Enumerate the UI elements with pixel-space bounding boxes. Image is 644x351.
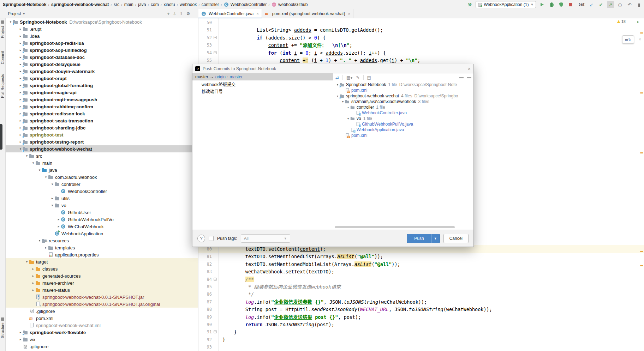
code-line[interactable]: 85 * 组装参数后向企业微信发送webhook请求 <box>198 283 644 291</box>
breadcrumb-item[interactable]: java <box>138 2 146 7</box>
tree-row[interactable]: ▾Springboot-NotebookD:\worksapce\Springb… <box>6 18 198 25</box>
dialog-tree-row[interactable]: JWebhookApplication.java <box>333 127 473 133</box>
tree-chevron-icon[interactable]: ▸ <box>31 274 35 278</box>
tree-chevron-icon[interactable]: ▸ <box>56 218 61 221</box>
tree-chevron-icon[interactable]: ▸ <box>44 246 48 249</box>
tree-row[interactable]: mpom.xml <box>6 315 198 322</box>
tree-row[interactable]: ▸CWeChatWebhook <box>6 223 198 230</box>
warning-stripe-mark[interactable] <box>640 152 643 153</box>
warnings-widget[interactable]: 18 <box>617 19 626 24</box>
horizontal-scrollbar[interactable] <box>335 226 455 228</box>
locate-file-icon[interactable]: ⌖ <box>167 11 170 16</box>
breadcrumb-item[interactable]: main <box>124 2 133 7</box>
tree-chevron-icon[interactable]: ▾ <box>44 175 48 179</box>
tree-chevron-icon[interactable]: ▾ <box>346 106 350 109</box>
stripe-item-commit[interactable]: Commit <box>0 51 5 64</box>
edit-icon[interactable]: ✎ <box>356 75 359 80</box>
code-line[interactable]: 86 */ <box>198 290 644 298</box>
tree-row[interactable]: ▾src <box>6 152 198 159</box>
editor-tab[interactable]: mpom.xml (springboot-webhook-wechat)× <box>262 9 353 18</box>
editor-tab[interactable]: CWebhookController.java× <box>198 9 262 18</box>
project-panel-title[interactable]: Project <box>8 11 21 16</box>
tree-row[interactable]: ▾target <box>6 258 198 265</box>
tree-row[interactable]: ▾springboot-webhook-wechat <box>6 145 198 152</box>
help-button[interactable]: ? <box>197 235 205 242</box>
run-button[interactable] <box>538 1 545 8</box>
tree-chevron-icon[interactable]: ▸ <box>18 34 23 38</box>
inspections-icon[interactable]: ▸ <box>637 20 639 24</box>
push-button-label[interactable]: Push <box>407 236 431 241</box>
close-icon[interactable]: × <box>468 66 471 72</box>
tree-chevron-icon[interactable]: ▾ <box>31 161 35 165</box>
settings-gear-icon[interactable]: ⚙ <box>186 11 190 16</box>
collapse-all-icon[interactable]: ⇧ <box>180 11 183 16</box>
toolwindow-icon[interactable]: ▮ <box>636 1 643 8</box>
tree-chevron-icon[interactable]: ▾ <box>37 168 42 172</box>
dialog-tree-row[interactable]: ▾src\main\java\com\xiaofu\webhook3 files <box>333 99 473 104</box>
run-configuration-combo[interactable]: WebhookApplication (1) ▼ <box>476 1 536 8</box>
tree-row[interactable]: ▸springboot-testng-report <box>6 138 198 145</box>
dialog-tree-row[interactable]: ▾springboot-webhook-wechat4 filesD:\work… <box>333 93 473 99</box>
stripe-item-project[interactable]: Project <box>0 26 5 38</box>
tree-row[interactable]: CWebhookApplication <box>6 230 198 237</box>
tree-chevron-icon[interactable]: ▸ <box>31 281 35 285</box>
breadcrumb-item[interactable]: src <box>114 2 119 7</box>
jump-to-source-icon[interactable]: ⇄ <box>335 75 339 80</box>
code-line[interactable]: 84−/** <box>198 276 644 283</box>
push-button[interactable]: Push ▼ <box>407 234 440 243</box>
tree-row[interactable]: ▸generated-sources <box>6 272 198 279</box>
breadcrumb-item[interactable]: com <box>151 2 159 7</box>
tree-row[interactable]: ▾resources <box>6 237 198 244</box>
dialog-tree-row[interactable]: ▾vo1 file <box>333 116 473 121</box>
breadcrumb-item[interactable]: Springboot-Notebook <box>3 2 46 7</box>
tree-row[interactable]: ▾controller <box>6 181 198 188</box>
stripe-item-structure[interactable]: Structure <box>0 322 5 338</box>
tree-row[interactable]: ▸springboot-erupt <box>6 75 198 82</box>
tree-row[interactable]: ▾vo <box>6 202 198 209</box>
code-line[interactable]: 82textDTO.setMentionedMobileList(Arrays.… <box>198 260 644 268</box>
tree-chevron-icon[interactable]: ▸ <box>18 338 23 341</box>
tree-row[interactable]: ▸templates <box>6 244 198 251</box>
tree-chevron-icon[interactable]: ▸ <box>31 288 35 292</box>
code-line[interactable]: 91−} <box>198 328 644 336</box>
tree-row[interactable]: ▸springboot-work-flowable <box>6 329 198 336</box>
breadcrumb-item[interactable]: springboot-webhook-wechat <box>51 2 109 7</box>
tree-chevron-icon[interactable]: ▾ <box>346 117 350 120</box>
tree-chevron-icon[interactable]: ▸ <box>56 225 61 228</box>
debug-button[interactable] <box>548 1 555 8</box>
code-line[interactable]: 88String post = HttpUtil.sendPostJsonBod… <box>198 305 644 313</box>
snapshot-icon[interactable]: ▤ <box>367 75 371 80</box>
tree-row[interactable]: ?springboot-webhook-wechat-0.0.1-SNAPSHO… <box>6 301 198 308</box>
tree-row[interactable]: .gitignore <box>6 308 198 315</box>
tree-row[interactable]: ▸maven-status <box>6 286 198 293</box>
tree-row[interactable]: ▸springboot-rabbitmq-confirm <box>6 103 198 110</box>
code-line[interactable]: 51List<String> addeds = commitsDTO.getAd… <box>198 26 644 34</box>
tab-close-icon[interactable]: × <box>256 12 258 16</box>
expand-all-icon[interactable]: ⇩ <box>173 11 177 16</box>
stop-button[interactable] <box>567 1 574 8</box>
commit-item[interactable]: webhook终版提交 <box>192 80 333 87</box>
tree-row[interactable]: springboot-webhook-wechat.iml <box>6 322 198 329</box>
stripe-handle[interactable] <box>0 124 2 150</box>
git-push-icon[interactable]: ↗ <box>607 1 614 8</box>
fold-marker[interactable]: − <box>214 36 217 39</box>
dialog-tree-row[interactable]: ▾controller1 file <box>333 104 473 110</box>
tags-combo[interactable]: All ▼ <box>241 234 290 243</box>
tree-chevron-icon[interactable]: ▾ <box>25 260 29 264</box>
code-line[interactable]: 53content += "添加文件： \n[\n"; <box>198 41 644 49</box>
tree-row[interactable]: ▸utils <box>6 195 198 202</box>
warning-stripe-mark[interactable] <box>640 251 643 252</box>
git-update-icon[interactable]: ↙ <box>588 1 595 8</box>
warning-stripe-mark[interactable] <box>640 32 643 34</box>
code-line[interactable]: 55content += (i + 1) + ". " + addeds.get… <box>198 56 644 64</box>
code-line[interactable]: 89log.info("企业微信发送结果 post {}", post); <box>198 313 644 321</box>
dialog-tree-row[interactable]: JWebhookController.java <box>333 110 473 116</box>
maven-reload-button[interactable]: m ↻ <box>622 35 634 44</box>
stripe-item-pull-requests[interactable]: Pull Requests <box>0 74 5 98</box>
tree-row[interactable]: CGithubUser <box>6 209 198 216</box>
build-hammer-icon[interactable]: ⚒ <box>466 1 473 8</box>
collapse-all-icon[interactable] <box>467 76 471 79</box>
tree-row[interactable]: ▸springboot-test <box>6 131 198 138</box>
dialog-title-bar[interactable]: IJ Push Commits to Springboot-Notebook × <box>192 64 473 73</box>
tree-row[interactable]: ▾com.xiaofu.webhook <box>6 174 198 181</box>
